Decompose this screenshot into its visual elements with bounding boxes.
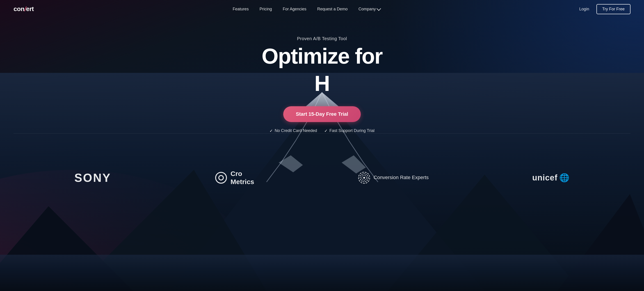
cre-icon (358, 171, 370, 184)
agencies-link[interactable]: For Agencies (283, 7, 306, 11)
demo-link[interactable]: Request a Demo (317, 7, 348, 11)
nav-item-demo[interactable]: Request a Demo (317, 7, 348, 12)
svg-point-12 (219, 175, 223, 180)
nav-item-company[interactable]: Company (358, 7, 380, 12)
crometrics-line1: Cro (230, 170, 254, 178)
logos-section: SONY Cro Metrics Conversion Rate (0, 161, 644, 195)
feature-text-2: Fast Support During Trial (330, 128, 374, 133)
svg-point-16 (363, 177, 365, 179)
nav-item-pricing[interactable]: Pricing (260, 7, 272, 12)
company-link[interactable]: Company (358, 7, 376, 12)
navbar: con/ert Features Pricing For Agencies Re… (0, 0, 644, 18)
login-link[interactable]: Login (579, 7, 589, 12)
logo-slash: / (24, 6, 26, 13)
cre-logo: Conversion Rate Experts (358, 171, 429, 184)
feature-no-credit-card: ✓ No Credit Card Needed (270, 128, 317, 133)
svg-point-11 (216, 172, 226, 183)
hero-features: ✓ No Credit Card Needed ✓ Fast Support D… (270, 128, 374, 133)
feature-text-1: No Credit Card Needed (275, 128, 317, 133)
hero-content: Proven A/B Testing Tool Optimize for H S… (0, 18, 644, 133)
unicef-wordmark: unicef (532, 173, 558, 182)
nav-item-features[interactable]: Features (233, 7, 249, 12)
hero-title-line1: Optimize for (262, 45, 382, 68)
cre-line1: Conversion Rate Experts (374, 174, 429, 181)
sony-logo-text: SONY (74, 171, 111, 184)
unicef-globe-icon: 🌐 (559, 173, 570, 182)
logo[interactable]: con/ert (14, 6, 34, 13)
logos-divider (14, 133, 630, 134)
try-for-free-button[interactable]: Try For Free (596, 4, 630, 14)
chevron-down-icon (376, 6, 381, 11)
company-dropdown-trigger[interactable]: Company (358, 7, 380, 12)
check-icon-2: ✓ (324, 128, 328, 133)
crometrics-circle-icon (215, 171, 227, 184)
logo-text: con/ert (14, 6, 34, 13)
hero-title-line2: H (314, 72, 330, 95)
unicef-logo-text: unicef 🌐 (532, 173, 570, 182)
sony-logo: SONY (74, 171, 111, 184)
nav-right: Login Try For Free (579, 4, 630, 14)
feature-fast-support: ✓ Fast Support During Trial (324, 128, 374, 133)
crometrics-line2: Metrics (230, 178, 254, 186)
unicef-logo: unicef 🌐 (532, 173, 570, 182)
crometrics-text: Cro Metrics (230, 170, 254, 186)
crometrics-logo: Cro Metrics (215, 170, 254, 186)
svg-rect-10 (0, 255, 644, 291)
check-icon-1: ✓ (270, 128, 273, 133)
nav-links: Features Pricing For Agencies Request a … (233, 7, 380, 12)
cre-text: Conversion Rate Experts (374, 174, 429, 181)
pricing-link[interactable]: Pricing (260, 7, 272, 11)
hero-subtitle: Proven A/B Testing Tool (297, 36, 347, 41)
nav-item-agencies[interactable]: For Agencies (283, 7, 306, 12)
cta-button[interactable]: Start 15-Day Free Trial (283, 106, 361, 122)
features-link[interactable]: Features (233, 7, 249, 11)
